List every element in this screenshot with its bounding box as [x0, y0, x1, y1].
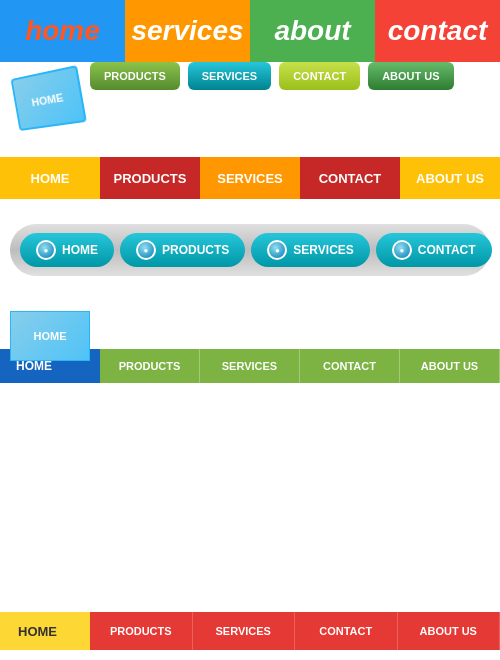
nav5-section: HOME HOME PRODUCTS SERVICES CONTACT ABOU… — [0, 301, 500, 391]
nav5-contact[interactable]: CONTACT — [300, 349, 400, 383]
nav3-about[interactable]: ABOUT US — [400, 157, 500, 199]
nav5-about[interactable]: ABOUT US — [400, 349, 500, 383]
nav6-products[interactable]: PRODUCTS — [90, 612, 193, 650]
nav5-items: PRODUCTS SERVICES CONTACT ABOUT US — [100, 349, 500, 383]
nav2-products[interactable]: PRODUCTS — [90, 62, 180, 90]
nav4-contact-icon: ● — [392, 240, 412, 260]
nav4-services-label: SERVICES — [293, 243, 353, 257]
nav3-contact[interactable]: CONTACT — [300, 157, 400, 199]
nav4-services-icon: ● — [267, 240, 287, 260]
nav5-products[interactable]: PRODUCTS — [100, 349, 200, 383]
nav1-contact[interactable]: contact — [375, 0, 500, 62]
nav4-products-icon: ● — [136, 240, 156, 260]
nav4-home[interactable]: ● HOME — [20, 233, 114, 267]
nav2-contact[interactable]: CONTACT — [279, 62, 360, 90]
nav2-about[interactable]: ABOUT US — [368, 62, 453, 90]
nav4-home-icon: ● — [36, 240, 56, 260]
nav4-section: ● HOME ● PRODUCTS ● SERVICES ● CONTACT — [0, 199, 500, 301]
nav3-home[interactable]: HOME — [0, 157, 100, 199]
nav4-contact-label: CONTACT — [418, 243, 476, 257]
nav5-services[interactable]: SERVICES — [200, 349, 300, 383]
nav2-section: HOME PRODUCTS SERVICES CONTACT ABOUT US — [0, 62, 500, 157]
nav3-services[interactable]: SERVICES — [200, 157, 300, 199]
nav2-home-block[interactable]: HOME — [11, 65, 87, 131]
nav2-services[interactable]: SERVICES — [188, 62, 271, 90]
nav4-bar: ● HOME ● PRODUCTS ● SERVICES ● CONTACT — [10, 224, 490, 276]
nav1-home[interactable]: home — [0, 0, 125, 62]
nav4-products[interactable]: ● PRODUCTS — [120, 233, 245, 267]
nav3-bar: HOME PRODUCTS SERVICES CONTACT ABOUT US — [0, 157, 500, 199]
nav4-products-label: PRODUCTS — [162, 243, 229, 257]
nav6-about[interactable]: ABOUT US — [398, 612, 501, 650]
nav4-services[interactable]: ● SERVICES — [251, 233, 369, 267]
nav4-contact[interactable]: ● CONTACT — [376, 233, 492, 267]
nav4-home-label: HOME — [62, 243, 98, 257]
nav3-products[interactable]: PRODUCTS — [100, 157, 200, 199]
nav6-home[interactable]: HOME — [0, 612, 90, 650]
nav6-bar: HOME PRODUCTS SERVICES CONTACT ABOUT US — [0, 612, 500, 650]
nav1-services[interactable]: services — [125, 0, 250, 62]
nav1-bar: home services about contact — [0, 0, 500, 62]
nav6-section: HOME PRODUCTS SERVICES CONTACT ABOUT US — [0, 587, 500, 660]
page-container: home services about contact HOME PRODUCT… — [0, 0, 500, 660]
nav6-contact[interactable]: CONTACT — [295, 612, 398, 650]
nav5-home-block[interactable]: HOME — [10, 311, 90, 361]
nav1-about[interactable]: about — [250, 0, 375, 62]
nav6-items: PRODUCTS SERVICES CONTACT ABOUT US — [90, 612, 500, 650]
nav6-services[interactable]: SERVICES — [193, 612, 296, 650]
nav2-items: PRODUCTS SERVICES CONTACT ABOUT US — [90, 62, 500, 90]
spacer-area — [0, 391, 500, 587]
